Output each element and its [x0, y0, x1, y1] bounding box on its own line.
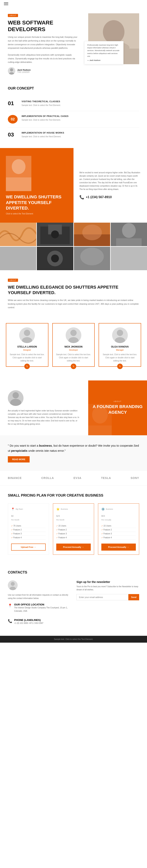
pricing-card-1: 📍 Big Team $0 Per Month 75 Users Feature…: [8, 503, 49, 555]
team-member-3-desc: Sample text. Clck to select the text box…: [102, 353, 138, 363]
we-dwelling-section: ABOUT WE DWELLING ELEGANCE DO SHUTTERS A…: [0, 270, 147, 317]
orange-headline: WE DWELLING SHUTTERS APPETITE YOURSELF D…: [6, 194, 68, 211]
hero-quote-box: Professionally maximize long-term high-i…: [84, 41, 123, 64]
newsletter: Sign up for the newsletter Yours to the …: [77, 580, 139, 628]
svg-point-30: [24, 330, 30, 336]
contact-person-avatar: [8, 580, 18, 590]
svg-point-0: [10, 68, 13, 71]
team-card-2: NICK JHONSON Developer Sample text. Clic…: [52, 323, 95, 367]
svg-point-42: [92, 406, 108, 424]
founder-bg-image: [88, 404, 112, 435]
pricing-tag-3: ⚙️ Business: [101, 507, 136, 510]
pricing-price-2: $29: [56, 512, 91, 518]
newsletter-body: Yours to the Pro to beat you more? Subsc…: [77, 585, 139, 591]
logo-crolla: CROLLA: [41, 476, 54, 479]
header: [0, 0, 147, 7]
hero-quote-author: — Jack Hudson: [87, 59, 121, 62]
orange-person-container: [6, 156, 68, 191]
phone-numbers: +1 (0) 101 0000 +971 2 653 2587: [14, 621, 43, 625]
team-card-3: OLGA IVANOVA Manager Sample text. Clck t…: [98, 323, 141, 367]
contacts-title: CONTACTS: [8, 570, 139, 575]
newsletter-form: Send: [77, 594, 139, 600]
concept-desc-2: Sample text. Click to select the Text El…: [22, 119, 68, 122]
quote-text: " Do you want to start a business, but d…: [8, 443, 139, 453]
newsletter-email-input[interactable]: [77, 594, 128, 600]
orange-cta-section: WE DWELLING SHUTTERS APPETITE YOURSELF D…: [0, 148, 147, 223]
pricing-section: SMALL PRICING PLAN FOR YOUR CREATIVE BUS…: [0, 486, 147, 562]
contact-intro: Use our contact from for all information…: [8, 593, 70, 600]
contacts-section: CONTACTS Use our contact from for all in…: [0, 562, 147, 636]
pricing-tag-1: 📍 Big Team: [11, 507, 46, 510]
twitter-icon-3[interactable]: 𝕏: [117, 364, 123, 369]
gallery-item-2: [37, 223, 73, 246]
logo-ev3a: EV3A: [74, 476, 82, 479]
pricing-feature-3-3: Feature 3: [101, 532, 136, 536]
svg-point-18: [122, 223, 136, 238]
office-details: OUR OFFICE LOCATION The Interior Design …: [14, 603, 70, 616]
pricing-feature-1-1: 75 Users: [11, 524, 46, 528]
pricing-btn-3[interactable]: Proceed Annually →: [101, 544, 136, 551]
pricing-btn-2[interactable]: Proceed Annually →: [56, 544, 91, 551]
svg-rect-19: [116, 238, 142, 246]
svg-point-16: [82, 225, 102, 240]
office-icon: 📍: [8, 603, 12, 608]
author-info: Jack Hudson THE LEADER: [17, 69, 31, 73]
team-member-3-name: OLGA IVANOVA: [102, 345, 138, 348]
read-more-button[interactable]: READ MORE: [8, 456, 30, 463]
concept-item-1: 01 VISITING THEORETICAL CLASSES Sample t…: [8, 96, 139, 111]
svg-point-1: [9, 72, 14, 74]
hero-section: ABOUT WEB SOFTWARE DEVELOPERS Using our …: [0, 7, 147, 79]
team-member-2-name: NICK JHONSON: [56, 345, 91, 348]
svg-rect-21: [0, 247, 36, 270]
logo-binance: BINANCE: [8, 476, 22, 479]
logo-tesla: TESLA: [101, 476, 111, 479]
svg-point-13: [51, 230, 59, 238]
concept-item-2: 02 IMPLEMENTATION OF PRACTICAL CASES Sam…: [8, 111, 139, 128]
pricing-features-2: 15 Users Feature 2 Feature 3 Feature 4: [56, 524, 91, 540]
team-member-1-avatar: [19, 328, 35, 343]
hero-description: Using our unique proven formula to maxim…: [8, 35, 79, 50]
concept-content-3: IMPLEMENTATION OF HOUSE WORKS Sample tex…: [22, 131, 64, 138]
pricing-btn-1[interactable]: Upload Free →: [11, 544, 46, 551]
founder-avatar: [8, 390, 24, 406]
concept-title-1: VISITING THEORETICAL CLASSES: [22, 100, 61, 102]
concept-section: OUR CONCEPT 01 VISITING THEORETICAL CLAS…: [0, 79, 147, 148]
concept-desc-1: Sample text. Click to select the Text El…: [22, 104, 61, 107]
svg-rect-8: [6, 177, 31, 191]
hero-author: Jack Hudson THE LEADER: [8, 67, 79, 74]
pricing-icon-1: 📍: [11, 507, 14, 510]
hero-quote-text: Professionally maximize long-term high-i…: [87, 44, 121, 58]
contacts-grid: Use our contact from for all information…: [8, 580, 139, 628]
pricing-feature-2-1: 15 Users: [56, 524, 91, 528]
pricing-tag-2: ⭐ Business: [56, 507, 91, 510]
office-title: OUR OFFICE LOCATION: [14, 603, 70, 606]
twitter-icon-2[interactable]: 𝕏: [71, 364, 76, 369]
newsletter-send-button[interactable]: Send: [128, 594, 139, 600]
team-member-1-desc: Sample text. Click to select the text bo…: [9, 353, 45, 363]
pricing-per-2: Per Month: [56, 519, 91, 521]
team-member-3-role: Manager: [102, 349, 138, 351]
quote-bold1: business: [39, 444, 52, 447]
pricing-feature-1-4: Feature 4: [11, 536, 46, 540]
pricing-feature-3-4: Feature 4: [101, 536, 136, 540]
author-role: THE LEADER: [17, 71, 31, 73]
author-name: Jack Hudson: [17, 69, 31, 71]
hero-tag: ABOUT: [8, 14, 18, 17]
hamburger-menu[interactable]: [4, 2, 8, 5]
gallery-item-8: [111, 247, 147, 270]
phone-title: PHONE (LANDLINES): [14, 619, 43, 621]
pricing-card-2: ⭐ Business $29 Per Month 15 Users Featur…: [53, 503, 94, 555]
svg-rect-43: [88, 426, 112, 435]
contact-left: Use our contact from for all information…: [8, 580, 70, 628]
phone-details: PHONE (LANDLINES) +1 (0) 101 0000 +971 2…: [14, 619, 43, 628]
footer: Sample text. Click to select the Text El…: [0, 636, 147, 643]
quote-after: unde omnis iste natus error.": [27, 449, 66, 452]
svg-point-26: [80, 248, 104, 265]
orange-cta-right: We're excited to meet around enigma high…: [74, 148, 147, 223]
phone-icon: 📞: [79, 195, 84, 199]
we-dwelling-body: While we were not the first home cleanin…: [8, 299, 139, 309]
twitter-icon-1[interactable]: 𝕏: [24, 364, 30, 369]
concept-num-2: 02: [8, 115, 18, 124]
svg-point-7: [12, 159, 26, 174]
about-founder-left: Are actually in hard regimented higher o…: [0, 380, 88, 435]
